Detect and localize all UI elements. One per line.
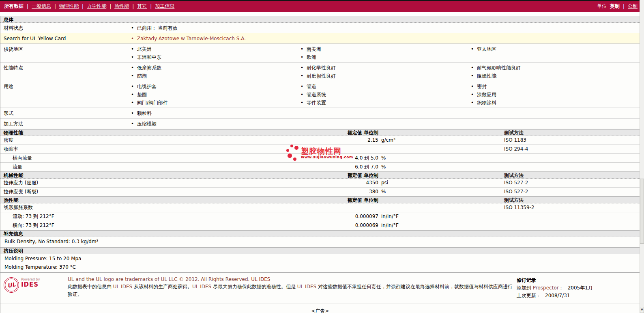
bullet-text: 垫圈 — [137, 91, 147, 99]
property-row: 用途•电缆护套•垫圈•阀门/阀门部件•管道•管道系统•零件装置•密封•涂敷应用•… — [0, 81, 640, 108]
bullet-column — [467, 120, 640, 128]
scrollbar-down-button[interactable]: ▼ — [640, 307, 644, 313]
bullet-text: 低摩擦系数 — [137, 64, 161, 72]
property-unit: in/in/°F — [378, 221, 503, 230]
bullet-icon: • — [131, 109, 137, 117]
bullet-icon: • — [471, 45, 477, 53]
test-method — [503, 221, 640, 230]
bullet-icon: • — [131, 24, 137, 32]
bullet-item: •垫圈 — [131, 91, 296, 99]
tab-separator: | — [150, 4, 152, 9]
property-row: 材料状态•已商用： 当前有效 — [0, 23, 640, 33]
nav-tab-5[interactable]: 热性能 — [114, 3, 129, 10]
disclaimer-text: 从该材料的生产商处获得。 — [132, 284, 192, 289]
column-header-value: 额定值 单位制 — [127, 130, 378, 136]
ul-ides-link[interactable]: UL IDES — [192, 284, 211, 289]
trademark-text: UL and the UL logo are trademarks of UL … — [68, 276, 251, 282]
property-unit: % — [378, 188, 503, 196]
property-name: 用途 — [0, 82, 127, 107]
bullet-item: •亚太地区 — [471, 45, 640, 53]
nav-tab-6[interactable]: 其它 — [137, 3, 147, 10]
section-title: 总体 — [0, 16, 127, 23]
disclaimer-text: 尽最大努力确保此数据的准确性。但是 — [211, 284, 297, 289]
bullet-icon: • — [131, 53, 137, 61]
bullet-text: 管道系统 — [307, 91, 326, 99]
ul-ides-link[interactable]: UL IDES — [113, 284, 132, 289]
footer-disclaimer: 此数据表中的信息由 UL IDES 从该材料的生产商处获得。UL IDES 尽最… — [68, 283, 517, 298]
nav-tabs: 所有数据|一般信息|物理性能|力学性能|热性能|其它|加工信息 — [3, 3, 177, 10]
bullet-icon: • — [131, 35, 137, 43]
bullet-icon: • — [471, 99, 477, 107]
nav-tab-2[interactable]: 一般信息 — [32, 3, 51, 10]
bullet-text: 电缆护套 — [137, 82, 157, 91]
ul-ides-link[interactable]: UL IDES — [297, 284, 316, 289]
property-name: 流动: 73 到 212°F — [0, 212, 127, 221]
column-header-value: 额定值 单位制 — [127, 197, 378, 203]
bullet-item: •压缩模塑 — [131, 120, 296, 128]
datasheet-table: 总体 材料状态•已商用： 当前有效Search for UL Yellow Ca… — [0, 16, 640, 313]
property-name: 拉伸应变 (断裂) — [0, 188, 127, 196]
bullet-column: •北美洲•非洲和中东 — [127, 45, 296, 61]
section-title: 补充信息 — [0, 231, 127, 237]
scrollbar-thumb[interactable] — [640, 179, 644, 244]
property-name[interactable]: Search for UL Yellow Card — [0, 35, 127, 43]
bullet-column: •低摩擦系数•防潮 — [127, 64, 296, 80]
bullet-icon: • — [471, 72, 477, 80]
bullet-column — [467, 24, 640, 32]
bullet-column: •Zaktady Azotowe w Tarnowie-Moscicach S.… — [127, 35, 296, 43]
property-value: 4350 — [127, 179, 378, 187]
bullet-text: 已商用： 当前有效 — [137, 24, 178, 32]
bullet-column: •压缩模塑 — [127, 120, 296, 128]
tab-separator: | — [109, 4, 111, 9]
last-update-label: 上次更新： — [517, 293, 541, 298]
bullet-text: 织物涂料 — [477, 99, 496, 107]
nav-tab-1[interactable]: 所有数据 — [4, 3, 24, 10]
text-line: Bulk Density, No Standard: 0.3 kg/dm³ — [0, 237, 640, 246]
bullet-text: 耐气候影响性能良好 — [477, 64, 521, 72]
property-name: 流量 — [0, 163, 127, 171]
ul-yellow-card-row: Search for UL Yellow Card•Zaktady Azotow… — [0, 33, 640, 44]
bullet-icon: • — [131, 91, 137, 99]
property-name: 形式 — [0, 109, 127, 117]
watermark-url: www.sujiaowuxing.com — [301, 155, 353, 159]
bullet-icon: • — [131, 64, 137, 72]
bullet-item: •已商用： 当前有效 — [131, 24, 296, 32]
prospector-link[interactable]: Prospector： — [533, 285, 564, 291]
watermark-title: 塑胶物性网 — [301, 147, 353, 155]
unit-imperial-selected[interactable]: 英制 — [610, 3, 620, 10]
property-value: 0.000069 — [127, 221, 378, 230]
bullet-icon: • — [131, 82, 137, 91]
bullet-item: •密封 — [471, 82, 640, 91]
supplier-link[interactable]: •Zaktady Azotowe w Tarnowie-Moscicach S.… — [131, 35, 296, 43]
general-section-header: 总体 — [0, 16, 640, 23]
trademark-line: UL and the UL logo are trademarks of UL … — [68, 276, 517, 283]
text-line: Molding Temperature: 370 °C — [0, 263, 640, 272]
bullet-column: •电缆护套•垫圈•阀门/阀门部件 — [127, 82, 296, 107]
test-method — [503, 154, 640, 162]
bullet-text: 亚太地区 — [477, 45, 496, 53]
bullet-item: •低摩擦系数 — [131, 64, 296, 72]
bullet-item: •织物涂料 — [471, 99, 640, 107]
column-header-value: 额定值 单位制 — [127, 172, 378, 179]
property-name: 加工方法 — [0, 120, 127, 128]
nav-tab-3[interactable]: 物理性能 — [59, 3, 79, 10]
ul-ides-footer-link[interactable]: UL IDES — [251, 276, 270, 282]
bullet-column: •密封•涂敷应用•织物涂料 — [467, 82, 640, 107]
bullet-icon: • — [131, 45, 137, 53]
unit-metric-link[interactable]: 公制 — [628, 3, 638, 10]
bullet-item: •管道 — [301, 82, 467, 91]
bullet-text: 管道 — [307, 82, 316, 91]
bullet-column: •耐气候影响性能良好•阻燃性能 — [467, 64, 640, 80]
bullet-item: •北美洲 — [131, 45, 296, 53]
bullet-icon: • — [301, 82, 307, 91]
bullet-item: •防潮 — [131, 72, 296, 80]
nav-tab-4[interactable]: 力学性能 — [87, 3, 106, 10]
text-line: Molding Pressure: 15 to 20 Mpa — [0, 255, 640, 263]
bullet-item: •非洲和中东 — [131, 53, 296, 61]
test-method: ISO 527-2 — [503, 188, 640, 196]
bullet-text: 北美洲 — [137, 45, 152, 53]
disclaimer-text: 此数据表中的信息由 — [68, 284, 113, 289]
vertical-scrollbar[interactable]: ▼ — [640, 0, 644, 313]
test-method: ISO 527-2 — [503, 179, 640, 187]
nav-tab-7[interactable]: 加工信息 — [155, 3, 174, 10]
